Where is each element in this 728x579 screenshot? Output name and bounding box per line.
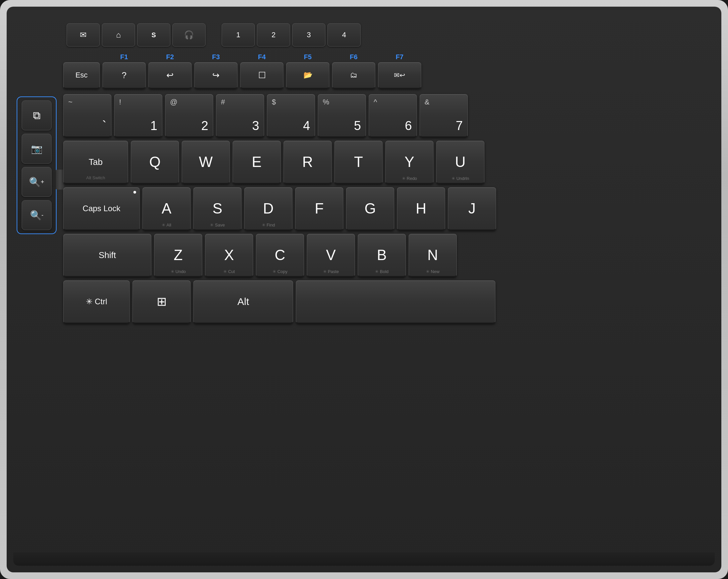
tab-key[interactable]: Tab Alt Switch <box>63 141 128 184</box>
f2-wrapper: F2 ↩ <box>148 53 192 89</box>
f1-label: F1 <box>120 53 128 61</box>
side-panel: ⧉ 📷 🔍+ 🔍- <box>17 96 57 234</box>
u-sub: ✳ Undrln <box>451 176 469 181</box>
caps-lock-key[interactable]: Caps Lock <box>63 187 140 230</box>
f7-wrapper: F7 ✉↩ <box>378 53 421 89</box>
seven-symbol: 7 <box>456 119 463 133</box>
a-key[interactable]: A ✳ All <box>142 187 191 230</box>
y-key[interactable]: Y ✳ Redo <box>385 141 434 184</box>
z-key[interactable]: Z ✳ Undo <box>154 234 202 277</box>
w-key[interactable]: W <box>182 141 230 184</box>
f1-key[interactable]: ? <box>102 62 146 89</box>
j-label: J <box>468 200 476 217</box>
w-label: W <box>199 154 213 170</box>
shortcut-1-key[interactable]: 1 <box>222 23 255 47</box>
num3-key[interactable]: # 3 <box>216 94 264 137</box>
shift-key[interactable]: Shift <box>63 234 151 277</box>
f4-key[interactable]: ☐ <box>240 62 284 89</box>
num4-key[interactable]: $ 4 <box>267 94 315 137</box>
esc-key[interactable]: Esc <box>63 62 100 89</box>
u-key[interactable]: U ✳ Undrln <box>436 141 485 184</box>
five-symbol: 5 <box>354 119 361 133</box>
h-key[interactable]: H <box>397 187 445 230</box>
bottom-row: ✳ Ctrl ⊞ Alt <box>63 280 718 324</box>
num5-key[interactable]: % 5 <box>318 94 366 137</box>
email-media-key[interactable]: ✉ <box>67 23 100 47</box>
t-label: T <box>354 154 363 170</box>
num1-key[interactable]: ! 1 <box>114 94 162 137</box>
x-label: X <box>224 247 234 264</box>
exclaim-symbol: ! <box>119 98 121 106</box>
a-sub: ✳ All <box>162 222 171 227</box>
qwerty-row: Tab Alt Switch Q W E R T <box>63 141 718 184</box>
num4-content: $ 4 <box>267 94 315 136</box>
six-symbol: 6 <box>405 119 412 133</box>
space-key[interactable] <box>296 280 495 324</box>
home-media-key[interactable]: ⌂ <box>102 23 135 47</box>
number-shortcut-group: 1 2 3 4 <box>222 23 361 47</box>
n-sub: ✳ New <box>426 269 440 274</box>
zxcv-row: Shift Z ✳ Undo X ✳ Cut C ✳ Copy V ✳ Past… <box>63 234 718 277</box>
z-sub: ✳ Undo <box>171 269 186 274</box>
v-key[interactable]: V ✳ Paste <box>307 234 355 277</box>
f7-key[interactable]: ✉↩ <box>378 62 421 89</box>
windows-icon: ⊞ <box>157 295 167 309</box>
esc-label: Esc <box>76 71 88 80</box>
f3-wrapper: F3 ↪ <box>194 53 238 89</box>
ampersand-symbol: & <box>424 98 430 106</box>
esc-wrapper: Esc <box>63 62 100 89</box>
t-key[interactable]: T <box>334 141 383 184</box>
x-key[interactable]: X ✳ Cut <box>205 234 253 277</box>
backtick-key[interactable]: ~ ` <box>63 94 111 137</box>
g-label: G <box>364 200 375 217</box>
x-sub: ✳ Cut <box>223 269 235 274</box>
y-label: Y <box>405 154 414 170</box>
d-key[interactable]: D ✳ Find <box>244 187 292 230</box>
f6-key[interactable]: 🗂 <box>332 62 375 89</box>
copy-side-button[interactable]: ⧉ <box>22 101 52 130</box>
r-key[interactable]: R <box>284 141 332 184</box>
e-key[interactable]: E <box>233 141 281 184</box>
headset-media-key[interactable]: 🎧 <box>172 23 206 47</box>
zoom-in-side-button[interactable]: 🔍+ <box>22 167 52 197</box>
zoom-out-side-button[interactable]: 🔍- <box>22 200 52 230</box>
n-key[interactable]: N ✳ New <box>409 234 457 277</box>
b-label: B <box>377 247 387 264</box>
side-panel-inner: ⧉ 📷 🔍+ 🔍- <box>17 96 57 234</box>
f4-label: F4 <box>258 53 265 61</box>
num7-content: & 7 <box>420 94 467 136</box>
shortcut-3-key[interactable]: 3 <box>292 23 326 47</box>
s-key[interactable]: S ✳ Save <box>193 187 241 230</box>
f3-key[interactable]: ↪ <box>194 62 238 89</box>
c-sub: ✳ Copy <box>272 269 287 274</box>
ctrl-key[interactable]: ✳ Ctrl <box>63 280 130 324</box>
q-key[interactable]: Q <box>131 141 179 184</box>
tab-label: Tab <box>89 157 103 167</box>
u-label: U <box>455 154 466 170</box>
f-label: F <box>315 200 324 217</box>
screenshot-side-button[interactable]: 📷 <box>22 134 52 164</box>
num2-key[interactable]: @ 2 <box>165 94 213 137</box>
main-keys-area: Esc F1 ? F2 ↩ F3 <box>63 53 718 546</box>
num6-key[interactable]: ^ 6 <box>369 94 417 137</box>
b-key[interactable]: B ✳ Bold <box>358 234 406 277</box>
shortcut-2-key[interactable]: 2 <box>257 23 290 47</box>
j-key[interactable]: J <box>448 187 496 230</box>
g-key[interactable]: G <box>346 187 394 230</box>
c-key[interactable]: C ✳ Copy <box>256 234 304 277</box>
asdf-row: Caps Lock A ✳ All S ✳ Save D ✳ Find F <box>63 187 718 230</box>
f2-key[interactable]: ↩ <box>148 62 192 89</box>
windows-key[interactable]: ⊞ <box>132 280 191 324</box>
percent-symbol: % <box>323 98 330 106</box>
f5-wrapper: F5 📂 <box>286 53 330 89</box>
f5-key[interactable]: 📂 <box>286 62 330 89</box>
number-row: ~ ` ! 1 @ 2 <box>63 94 718 137</box>
shortcut-4-key[interactable]: 4 <box>328 23 361 47</box>
skype-media-key[interactable]: S <box>137 23 171 47</box>
two-symbol: 2 <box>201 119 208 133</box>
f-key[interactable]: F <box>295 187 343 230</box>
num6-content: ^ 6 <box>369 94 417 136</box>
n-label: N <box>427 247 438 264</box>
num7-key[interactable]: & 7 <box>420 94 468 137</box>
alt-key[interactable]: Alt <box>193 280 293 324</box>
